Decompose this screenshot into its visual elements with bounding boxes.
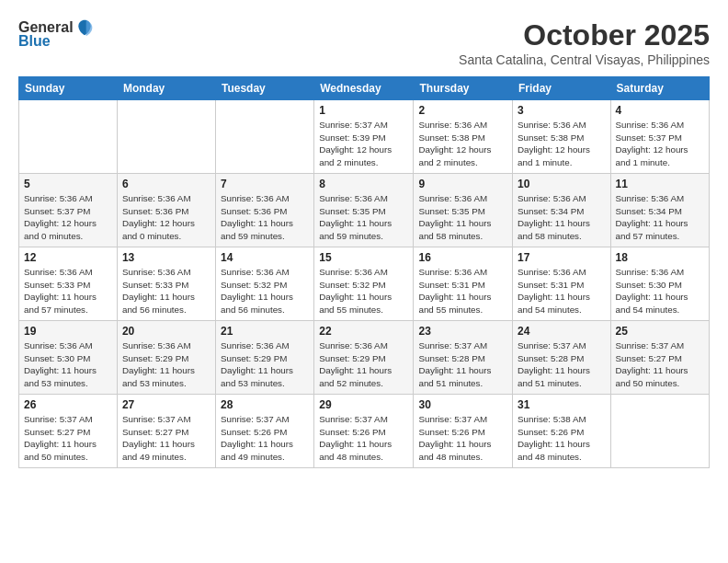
day-info: Sunrise: 5:37 AM Sunset: 5:26 PM Dayligh… (319, 413, 408, 464)
calendar-cell: 25Sunrise: 5:37 AM Sunset: 5:27 PM Dayli… (610, 321, 709, 395)
day-number: 21 (221, 325, 309, 338)
weekday-header-thursday: Thursday (414, 77, 513, 100)
day-info: Sunrise: 5:36 AM Sunset: 5:29 PM Dayligh… (221, 339, 309, 390)
day-number: 9 (418, 178, 507, 190)
day-info: Sunrise: 5:36 AM Sunset: 5:38 PM Dayligh… (518, 119, 606, 169)
month-title: October 2025 (459, 18, 710, 52)
day-info: Sunrise: 5:36 AM Sunset: 5:37 PM Dayligh… (24, 192, 112, 243)
day-info: Sunrise: 5:36 AM Sunset: 5:36 PM Dayligh… (122, 192, 210, 243)
calendar-cell: 28Sunrise: 5:37 AM Sunset: 5:26 PM Dayli… (216, 395, 314, 468)
day-info: Sunrise: 5:36 AM Sunset: 5:34 PM Dayligh… (616, 192, 704, 243)
calendar-cell: 14Sunrise: 5:36 AM Sunset: 5:32 PM Dayli… (216, 247, 314, 321)
location-subtitle: Santa Catalina, Central Visayas, Philipp… (459, 52, 710, 67)
day-number: 14 (221, 251, 309, 264)
day-number: 13 (122, 251, 210, 264)
calendar-cell: 31Sunrise: 5:38 AM Sunset: 5:26 PM Dayli… (513, 395, 611, 468)
day-info: Sunrise: 5:36 AM Sunset: 5:32 PM Dayligh… (221, 266, 309, 316)
weekday-header-row: SundayMondayTuesdayWednesdayThursdayFrid… (19, 77, 710, 100)
day-info: Sunrise: 5:36 AM Sunset: 5:38 PM Dayligh… (418, 119, 507, 169)
calendar-cell (216, 100, 314, 174)
calendar-cell: 27Sunrise: 5:37 AM Sunset: 5:27 PM Dayli… (117, 395, 215, 468)
header: General Blue October 2025 Santa Catalina… (18, 18, 710, 67)
title-block: October 2025 Santa Catalina, Central Vis… (459, 18, 710, 67)
day-info: Sunrise: 5:36 AM Sunset: 5:35 PM Dayligh… (319, 192, 408, 243)
weekday-header-sunday: Sunday (19, 77, 118, 100)
day-info: Sunrise: 5:37 AM Sunset: 5:26 PM Dayligh… (221, 413, 309, 464)
day-number: 28 (221, 398, 309, 411)
day-number: 31 (518, 398, 606, 411)
calendar-table: SundayMondayTuesdayWednesdayThursdayFrid… (18, 76, 710, 468)
day-number: 27 (122, 398, 210, 411)
day-number: 1 (319, 104, 408, 117)
day-number: 19 (24, 325, 112, 338)
calendar-cell: 17Sunrise: 5:36 AM Sunset: 5:31 PM Dayli… (513, 247, 611, 321)
day-info: Sunrise: 5:37 AM Sunset: 5:27 PM Dayligh… (122, 413, 210, 464)
day-number: 20 (122, 325, 210, 338)
day-number: 29 (319, 398, 408, 411)
calendar-cell: 21Sunrise: 5:36 AM Sunset: 5:29 PM Dayli… (216, 321, 314, 395)
day-number: 10 (518, 178, 606, 190)
calendar-week-row: 19Sunrise: 5:36 AM Sunset: 5:30 PM Dayli… (19, 321, 710, 395)
day-info: Sunrise: 5:36 AM Sunset: 5:30 PM Dayligh… (24, 339, 112, 390)
calendar-cell (19, 100, 118, 174)
day-number: 8 (319, 178, 408, 190)
calendar-cell: 8Sunrise: 5:36 AM Sunset: 5:35 PM Daylig… (314, 174, 414, 247)
calendar-cell: 9Sunrise: 5:36 AM Sunset: 5:35 PM Daylig… (414, 174, 513, 247)
calendar-cell: 15Sunrise: 5:36 AM Sunset: 5:32 PM Dayli… (314, 247, 414, 321)
calendar-week-row: 5Sunrise: 5:36 AM Sunset: 5:37 PM Daylig… (19, 174, 710, 247)
calendar-cell: 19Sunrise: 5:36 AM Sunset: 5:30 PM Dayli… (19, 321, 118, 395)
weekday-header-tuesday: Tuesday (216, 77, 314, 100)
day-info: Sunrise: 5:37 AM Sunset: 5:27 PM Dayligh… (24, 413, 112, 464)
day-info: Sunrise: 5:38 AM Sunset: 5:26 PM Dayligh… (518, 413, 606, 464)
day-number: 24 (518, 325, 606, 338)
calendar-cell: 10Sunrise: 5:36 AM Sunset: 5:34 PM Dayli… (513, 174, 611, 247)
day-number: 6 (122, 178, 210, 190)
calendar-cell: 16Sunrise: 5:36 AM Sunset: 5:31 PM Dayli… (414, 247, 513, 321)
day-number: 7 (221, 178, 309, 190)
calendar-week-row: 12Sunrise: 5:36 AM Sunset: 5:33 PM Dayli… (19, 247, 710, 321)
logo-blue-text: Blue (18, 33, 51, 50)
day-info: Sunrise: 5:37 AM Sunset: 5:26 PM Dayligh… (418, 413, 507, 464)
day-info: Sunrise: 5:37 AM Sunset: 5:39 PM Dayligh… (319, 119, 408, 169)
day-info: Sunrise: 5:36 AM Sunset: 5:29 PM Dayligh… (122, 339, 210, 390)
calendar-cell: 24Sunrise: 5:37 AM Sunset: 5:28 PM Dayli… (513, 321, 611, 395)
day-number: 3 (518, 104, 606, 117)
calendar-cell: 7Sunrise: 5:36 AM Sunset: 5:36 PM Daylig… (216, 174, 314, 247)
day-number: 11 (616, 178, 704, 190)
calendar-cell: 2Sunrise: 5:36 AM Sunset: 5:38 PM Daylig… (414, 100, 513, 174)
calendar-cell: 20Sunrise: 5:36 AM Sunset: 5:29 PM Dayli… (117, 321, 215, 395)
logo: General Blue (18, 18, 94, 50)
page: General Blue October 2025 Santa Catalina… (0, 0, 728, 563)
day-info: Sunrise: 5:36 AM Sunset: 5:29 PM Dayligh… (319, 339, 408, 390)
day-number: 22 (319, 325, 408, 338)
calendar-cell (117, 100, 215, 174)
day-number: 16 (418, 251, 507, 264)
calendar-cell: 23Sunrise: 5:37 AM Sunset: 5:28 PM Dayli… (414, 321, 513, 395)
day-info: Sunrise: 5:37 AM Sunset: 5:28 PM Dayligh… (518, 339, 606, 390)
day-number: 4 (616, 104, 704, 117)
day-info: Sunrise: 5:36 AM Sunset: 5:37 PM Dayligh… (616, 119, 704, 169)
calendar-cell: 11Sunrise: 5:36 AM Sunset: 5:34 PM Dayli… (610, 174, 709, 247)
calendar-cell: 4Sunrise: 5:36 AM Sunset: 5:37 PM Daylig… (610, 100, 709, 174)
calendar-cell: 1Sunrise: 5:37 AM Sunset: 5:39 PM Daylig… (314, 100, 414, 174)
day-info: Sunrise: 5:37 AM Sunset: 5:28 PM Dayligh… (418, 339, 507, 390)
calendar-week-row: 26Sunrise: 5:37 AM Sunset: 5:27 PM Dayli… (19, 395, 710, 468)
day-number: 17 (518, 251, 606, 264)
day-info: Sunrise: 5:36 AM Sunset: 5:31 PM Dayligh… (518, 266, 606, 316)
logo-icon (75, 18, 94, 37)
day-info: Sunrise: 5:37 AM Sunset: 5:27 PM Dayligh… (616, 339, 704, 390)
weekday-header-friday: Friday (513, 77, 611, 100)
calendar-cell: 29Sunrise: 5:37 AM Sunset: 5:26 PM Dayli… (314, 395, 414, 468)
calendar-cell: 12Sunrise: 5:36 AM Sunset: 5:33 PM Dayli… (19, 247, 118, 321)
day-number: 26 (24, 398, 112, 411)
calendar-cell (610, 395, 709, 468)
calendar-cell: 5Sunrise: 5:36 AM Sunset: 5:37 PM Daylig… (19, 174, 118, 247)
day-number: 23 (418, 325, 507, 338)
calendar-cell: 18Sunrise: 5:36 AM Sunset: 5:30 PM Dayli… (610, 247, 709, 321)
weekday-header-saturday: Saturday (610, 77, 709, 100)
day-number: 25 (616, 325, 704, 338)
weekday-header-wednesday: Wednesday (314, 77, 414, 100)
calendar-cell: 13Sunrise: 5:36 AM Sunset: 5:33 PM Dayli… (117, 247, 215, 321)
day-info: Sunrise: 5:36 AM Sunset: 5:32 PM Dayligh… (319, 266, 408, 316)
calendar-cell: 3Sunrise: 5:36 AM Sunset: 5:38 PM Daylig… (513, 100, 611, 174)
